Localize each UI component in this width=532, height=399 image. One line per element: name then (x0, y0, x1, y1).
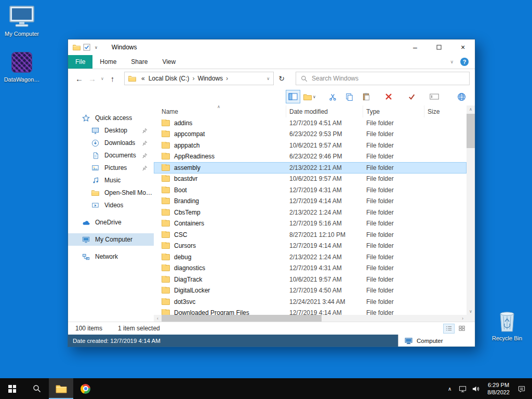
maximize-button[interactable] (427, 39, 451, 55)
breadcrumb-item-windows[interactable]: Windows (196, 75, 224, 82)
downloads-icon (91, 139, 100, 147)
file-row-debug[interactable]: debug2/13/2022 1:24 AMFile folder (154, 251, 467, 263)
file-row-appcompat[interactable]: appcompat6/23/2022 9:53 PMFile folder (154, 129, 467, 140)
file-row-diagnostics[interactable]: diagnostics12/7/2019 4:31 AMFile folder (154, 263, 467, 274)
menu-tab-share[interactable]: Share (124, 55, 155, 69)
search-input[interactable] (312, 75, 464, 82)
sidebar-item-quick-access[interactable]: Quick access (68, 112, 154, 124)
title-bar[interactable]: ∨ Windows – × (68, 39, 475, 55)
large-icons-view-button[interactable] (456, 324, 468, 334)
horizontal-scrollbar-thumb[interactable] (162, 315, 322, 322)
file-row-appreadiness[interactable]: AppReadiness6/23/2022 9:46 PMFile folder (154, 151, 467, 163)
file-row-dot3svc[interactable]: dot3svc12/24/2021 3:44 AMFile folder (154, 296, 467, 308)
chevron-right-icon[interactable]: › (190, 75, 196, 82)
onedrive-icon (82, 220, 90, 225)
ribbon-collapse-icon[interactable]: ∨ (450, 59, 454, 64)
close-button[interactable]: × (451, 39, 475, 55)
file-row-apppatch[interactable]: apppatch10/6/2021 9:57 AMFile folder (154, 140, 467, 151)
details-view-button[interactable] (443, 324, 455, 334)
taskbar-chrome-button[interactable] (73, 378, 98, 399)
column-header-type[interactable]: Type (363, 105, 424, 117)
taskbar-search-button[interactable] (24, 378, 49, 399)
file-row-cursors[interactable]: Cursors12/7/2019 4:14 AMFile folder (154, 241, 467, 252)
new-folder-button[interactable]: ∨ (302, 90, 317, 103)
quick-access-properties-icon[interactable] (83, 44, 90, 51)
sidebar-item-pictures[interactable]: Pictures (68, 162, 154, 174)
desktop-icon-datawagon[interactable]: DataWagon… (1, 50, 43, 83)
column-header-date-modified[interactable]: Date modified (286, 105, 363, 117)
back-button[interactable]: ← (73, 72, 85, 85)
properties-button[interactable] (404, 90, 419, 103)
internet-button[interactable] (454, 90, 469, 103)
breadcrumb-item-local-disk-c[interactable]: Local Disk (C:) (148, 75, 191, 82)
file-row-csc[interactable]: CSC8/27/2021 12:10 PMFile folder (154, 229, 467, 241)
cut-button[interactable] (325, 90, 340, 103)
file-row-addins[interactable]: addins12/7/2019 4:51 AMFile folder (154, 117, 467, 129)
menu-tab-file[interactable]: File (68, 55, 92, 69)
delete-button[interactable] (381, 90, 396, 103)
recycle-bin-icon (497, 309, 517, 334)
chevron-right-icon[interactable]: › (224, 75, 230, 82)
sidebar-item-my-computer[interactable]: My Computer (68, 233, 154, 246)
volume-icon[interactable] (469, 378, 482, 399)
file-type: File folder (363, 197, 424, 205)
help-icon[interactable]: ? (460, 58, 469, 66)
taskbar-clock[interactable]: 6:29 PM 8/8/2022 (482, 381, 515, 396)
view-toggles (443, 324, 468, 334)
taskbar-file-explorer-button[interactable] (49, 378, 73, 399)
scroll-right-icon[interactable]: › (459, 316, 467, 321)
forward-button[interactable]: → (86, 72, 98, 85)
pin-icon (142, 153, 148, 158)
scroll-down-icon[interactable]: ∨ (469, 308, 472, 315)
scroll-left-icon[interactable]: ‹ (154, 316, 162, 321)
refresh-icon[interactable]: ↻ (275, 74, 288, 83)
rename-button[interactable] (427, 90, 442, 103)
menu-tab-view[interactable]: View (155, 55, 183, 69)
file-row-branding[interactable]: Branding12/7/2019 4:14 AMFile folder (154, 196, 467, 207)
minimize-button[interactable]: – (403, 39, 427, 55)
desktop-icon-my-computer[interactable]: My Computer (1, 4, 43, 37)
recent-locations-icon[interactable]: ∨ (99, 76, 105, 81)
file-row-diagtrack[interactable]: DiagTrack10/6/2021 9:57 AMFile folder (154, 274, 467, 285)
tray-expand-icon[interactable]: ∧ (443, 378, 456, 399)
paste-button[interactable] (358, 90, 373, 103)
address-bar[interactable]: « Local Disk (C:)›Windows› ∨ (124, 72, 274, 85)
file-type: File folder (363, 164, 424, 171)
file-row-assembly[interactable]: assembly2/13/2022 1:21 AMFile folder (154, 162, 467, 174)
sidebar-item-music[interactable]: Music (68, 174, 154, 187)
file-row-digitallocker[interactable]: DigitalLocker12/7/2019 4:50 AMFile folde… (154, 285, 467, 297)
action-center-icon[interactable] (515, 378, 528, 399)
file-name: Branding (174, 197, 199, 205)
desktop-icon-recycle-bin[interactable]: Recycle Bin (486, 309, 528, 342)
sidebar-item-documents[interactable]: Documents (68, 149, 154, 162)
menu-tab-home[interactable]: Home (92, 55, 124, 69)
sidebar-item-videos[interactable]: Videos (68, 199, 154, 211)
horizontal-scrollbar[interactable]: ‹ › (154, 315, 467, 322)
file-row-containers[interactable]: Containers12/7/2019 5:16 AMFile folder (154, 218, 467, 230)
file-type: File folder (363, 119, 424, 127)
column-header-size[interactable]: Size (424, 105, 467, 117)
file-name-cell: dot3svc (154, 298, 286, 305)
file-row-bcastdvr[interactable]: bcastdvr10/6/2021 9:57 AMFile folder (154, 174, 467, 185)
vertical-scrollbar-thumb[interactable] (467, 114, 475, 148)
file-row-boot[interactable]: Boot12/7/2019 4:31 AMFile folder (154, 184, 467, 196)
sidebar-item-onedrive[interactable]: OneDrive (68, 216, 154, 229)
sidebar-item-desktop[interactable]: Desktop (68, 124, 154, 137)
file-row-downloaded-program-files[interactable]: Downloaded Program Files12/7/2019 4:14 A… (154, 308, 467, 315)
file-type: File folder (363, 130, 424, 138)
up-button[interactable]: ↑ (107, 72, 118, 85)
vertical-scrollbar[interactable]: ∧ ∨ (467, 105, 475, 315)
file-row-cbstemp[interactable]: CbsTemp2/13/2022 1:24 AMFile folder (154, 207, 467, 218)
address-dropdown-icon[interactable]: ∨ (267, 76, 271, 81)
network-icon[interactable] (456, 378, 469, 399)
sidebar-item-downloads[interactable]: Downloads (68, 137, 154, 149)
quick-access-caret-icon[interactable]: ∨ (95, 45, 98, 50)
scroll-up-icon[interactable]: ∧ (469, 105, 472, 113)
address-overflow-chevron[interactable]: « (141, 75, 145, 82)
sidebar-item-network[interactable]: Network (68, 250, 154, 263)
start-button[interactable] (0, 378, 24, 399)
search-box[interactable] (296, 72, 470, 85)
copy-button[interactable] (342, 90, 356, 103)
sidebar-item-open-shell-modern[interactable]: Open-Shell Modern (68, 187, 154, 199)
navigation-pane-button[interactable] (286, 90, 300, 103)
